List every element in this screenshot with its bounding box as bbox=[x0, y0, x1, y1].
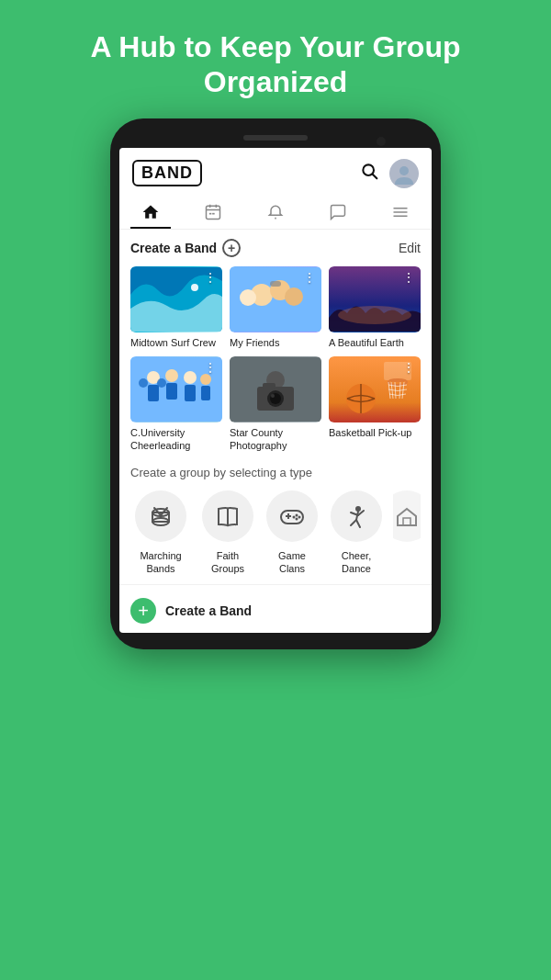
svg-rect-30 bbox=[185, 385, 196, 401]
svg-point-62 bbox=[296, 513, 298, 516]
phone-speaker bbox=[243, 135, 308, 141]
school-icon bbox=[393, 490, 421, 542]
marching-bands-label: Marching Bands bbox=[130, 549, 191, 576]
svg-point-19 bbox=[240, 289, 256, 306]
band-card-surf[interactable]: ⋮ Midtown Surf Crew bbox=[130, 266, 222, 349]
band-thumb-earth: ⋮ bbox=[329, 266, 421, 332]
svg-rect-32 bbox=[201, 386, 210, 400]
svg-line-1 bbox=[373, 175, 377, 179]
group-type-game[interactable]: Game Clans bbox=[264, 490, 320, 576]
svg-point-29 bbox=[184, 371, 197, 384]
headline: A Hub to Keep Your Group Organized bbox=[0, 0, 551, 118]
main-content: Create a Band + Edit ⋮ bbox=[119, 230, 432, 584]
create-band-plus[interactable]: + bbox=[222, 239, 241, 257]
game-clans-label: Game Clans bbox=[264, 549, 320, 576]
band-name-photo: Star County Photography bbox=[230, 426, 321, 453]
band-thumb-basket: ⋮ bbox=[329, 356, 421, 422]
header-icons bbox=[360, 159, 419, 188]
search-icon[interactable] bbox=[360, 162, 378, 185]
nav-chat[interactable] bbox=[318, 197, 358, 229]
group-type-faith[interactable]: Faith Groups bbox=[200, 490, 255, 576]
avatar[interactable] bbox=[389, 159, 419, 188]
svg-point-2 bbox=[399, 166, 409, 175]
band-more-earth[interactable]: ⋮ bbox=[402, 270, 415, 285]
nav-home[interactable] bbox=[130, 197, 171, 229]
svg-rect-72 bbox=[403, 518, 410, 525]
band-more-cheer[interactable]: ⋮ bbox=[204, 360, 217, 375]
bands-section-header: Create a Band + Edit bbox=[130, 239, 421, 257]
group-types-list: Marching Bands Faith Groups bbox=[130, 490, 421, 576]
create-band-text: Create a Band bbox=[130, 241, 217, 255]
game-clans-icon bbox=[266, 490, 318, 542]
band-more-basket[interactable]: ⋮ bbox=[402, 360, 415, 375]
band-name-basket: Basketball Pick-up bbox=[329, 426, 421, 439]
band-name-surf: Midtown Surf Crew bbox=[130, 336, 222, 349]
svg-point-34 bbox=[157, 378, 166, 388]
nav-bell[interactable] bbox=[255, 197, 296, 229]
svg-point-18 bbox=[285, 287, 303, 306]
svg-point-65 bbox=[293, 515, 296, 518]
edit-button[interactable]: Edit bbox=[399, 241, 421, 255]
phone-frame: BAND bbox=[110, 118, 441, 649]
band-more-surf[interactable]: ⋮ bbox=[204, 270, 217, 285]
band-thumb-cheer: ⋮ bbox=[130, 356, 222, 422]
headline-line2: Organized bbox=[204, 65, 347, 98]
faith-groups-icon bbox=[202, 490, 253, 542]
headline-line1: A Hub to Keep Your Group bbox=[91, 30, 461, 63]
group-type-school[interactable] bbox=[393, 490, 421, 576]
group-type-cheer[interactable]: Cheer, Dance bbox=[329, 490, 384, 576]
nav-calendar[interactable] bbox=[193, 197, 233, 229]
band-name-cheer: C.University Cheerleading bbox=[130, 426, 222, 453]
nav-bar bbox=[119, 194, 432, 230]
svg-rect-21 bbox=[270, 281, 281, 287]
svg-point-31 bbox=[200, 374, 211, 385]
band-card-friends[interactable]: ⋮ My Friends bbox=[230, 266, 321, 349]
band-card-photo[interactable]: Star County Photography bbox=[230, 356, 321, 453]
svg-point-64 bbox=[296, 517, 298, 520]
svg-point-41 bbox=[271, 394, 275, 398]
group-type-label: Create a group by selecting a type bbox=[130, 466, 421, 479]
phone-camera bbox=[377, 137, 386, 146]
svg-line-69 bbox=[356, 520, 360, 527]
band-thumb-surf: ⋮ bbox=[130, 266, 222, 332]
faith-groups-label: Faith Groups bbox=[200, 549, 255, 576]
band-name-friends: My Friends bbox=[230, 336, 321, 349]
app-header: BAND bbox=[119, 148, 432, 194]
create-footer-plus[interactable]: + bbox=[130, 598, 156, 624]
create-band-label[interactable]: Create a Band + bbox=[130, 239, 241, 257]
svg-rect-61 bbox=[287, 513, 289, 519]
band-more-friends[interactable]: ⋮ bbox=[303, 270, 316, 285]
svg-rect-8 bbox=[212, 213, 215, 215]
create-footer-label: Create a Band bbox=[165, 603, 252, 618]
svg-point-14 bbox=[191, 284, 198, 291]
svg-point-63 bbox=[298, 515, 301, 518]
cheer-dance-label: Cheer, Dance bbox=[329, 549, 384, 576]
svg-rect-28 bbox=[166, 383, 177, 400]
band-card-cheer[interactable]: ⋮ C.University Cheerleading bbox=[130, 356, 222, 453]
marching-bands-icon bbox=[135, 490, 186, 542]
svg-rect-7 bbox=[209, 213, 212, 215]
svg-line-68 bbox=[351, 520, 356, 525]
group-type-marching[interactable]: Marching Bands bbox=[130, 490, 191, 576]
svg-rect-20 bbox=[239, 306, 312, 332]
svg-point-33 bbox=[139, 378, 148, 388]
cheer-dance-icon bbox=[331, 490, 382, 542]
create-footer[interactable]: + Create a Band bbox=[119, 584, 432, 633]
band-logo: BAND bbox=[132, 160, 202, 186]
svg-point-27 bbox=[165, 369, 178, 382]
nav-menu[interactable] bbox=[380, 197, 421, 229]
svg-rect-38 bbox=[263, 383, 276, 389]
bands-grid: ⋮ Midtown Surf Crew bbox=[130, 266, 421, 453]
svg-rect-26 bbox=[148, 385, 159, 401]
phone-screen: BAND bbox=[119, 148, 432, 633]
band-card-earth[interactable]: ⋮ A Beautiful Earth bbox=[329, 266, 421, 349]
svg-rect-3 bbox=[207, 206, 220, 219]
band-thumb-friends: ⋮ bbox=[230, 266, 321, 332]
band-card-basket[interactable]: ⋮ Basketball Pick-up bbox=[329, 356, 421, 453]
band-thumb-photo bbox=[230, 356, 321, 422]
band-name-earth: A Beautiful Earth bbox=[329, 336, 421, 349]
svg-point-23 bbox=[338, 306, 411, 324]
